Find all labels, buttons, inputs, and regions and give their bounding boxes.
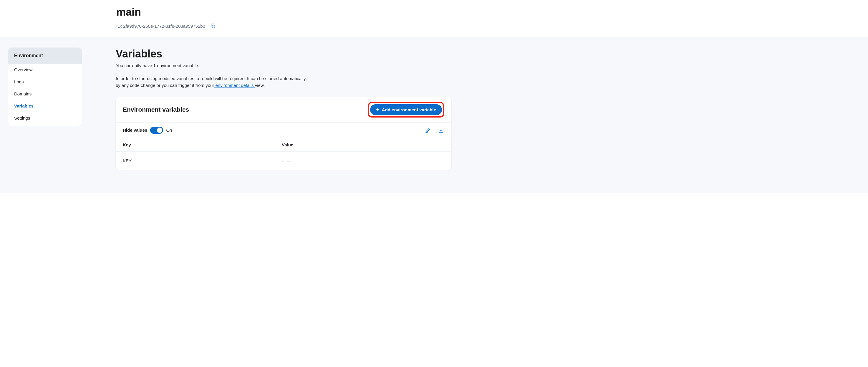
card-controls: Hide values On bbox=[116, 123, 452, 138]
card-action-icons bbox=[425, 127, 444, 133]
sidebar-item-variables[interactable]: Variables bbox=[8, 100, 82, 112]
id-row: ID: 2fa9d970-250e-1772-31f8-203a959752b0 bbox=[116, 23, 752, 29]
sidebar-header: Environment bbox=[8, 48, 82, 64]
download-icon bbox=[438, 127, 444, 133]
hide-values-control: Hide values On bbox=[123, 127, 172, 134]
add-button-label: Add environment variable bbox=[382, 107, 436, 112]
sidebar-item-overview[interactable]: Overview bbox=[8, 64, 82, 76]
sidebar: Environment Overview Logs Domains Variab… bbox=[8, 48, 82, 126]
table-row[interactable]: KEY ········· bbox=[116, 152, 452, 170]
header-region: main ID: 2fa9d970-250e-1772-31f8-203a959… bbox=[0, 0, 868, 37]
environment-details-link[interactable]: environment details bbox=[214, 83, 255, 88]
hide-values-label: Hide values bbox=[123, 127, 147, 132]
sidebar-item-settings[interactable]: Settings bbox=[8, 112, 82, 126]
plus-icon: + bbox=[376, 107, 379, 112]
copy-id-button[interactable] bbox=[210, 23, 216, 29]
toggle-knob bbox=[157, 127, 162, 133]
section-title: Variables bbox=[116, 48, 452, 60]
main-content: Variables You currently have 1 environme… bbox=[116, 48, 452, 170]
add-environment-variable-button[interactable]: + Add environment variable bbox=[370, 104, 442, 115]
hide-values-toggle[interactable] bbox=[150, 127, 163, 134]
card-title: Environment variables bbox=[123, 106, 189, 113]
page-title: main bbox=[116, 6, 752, 18]
pencil-icon bbox=[425, 127, 431, 133]
row-value: ········· bbox=[282, 158, 444, 163]
row-key: KEY bbox=[123, 158, 282, 163]
add-button-highlight: + Add environment variable bbox=[368, 102, 444, 118]
sidebar-item-logs[interactable]: Logs bbox=[8, 76, 82, 88]
download-button[interactable] bbox=[438, 127, 444, 133]
rebuild-info-text: In order to start using modified variabl… bbox=[116, 75, 310, 89]
environment-id: ID: 2fa9d970-250e-1772-31f8-203a959752b0 bbox=[116, 24, 205, 29]
copy-icon bbox=[210, 23, 216, 29]
env-variables-card: Environment variables + Add environment … bbox=[116, 97, 452, 170]
variable-count-text: You currently have 1 environment variabl… bbox=[116, 63, 452, 68]
column-header-key: Key bbox=[123, 142, 282, 147]
content-region: Environment Overview Logs Domains Variab… bbox=[0, 37, 868, 193]
table-header-row: Key Value bbox=[116, 138, 452, 152]
edit-button[interactable] bbox=[425, 127, 431, 133]
sidebar-item-domains[interactable]: Domains bbox=[8, 88, 82, 100]
svg-rect-0 bbox=[212, 25, 215, 28]
toggle-state-label: On bbox=[166, 127, 172, 132]
column-header-value: Value bbox=[282, 142, 444, 147]
card-header: Environment variables + Add environment … bbox=[116, 97, 452, 123]
